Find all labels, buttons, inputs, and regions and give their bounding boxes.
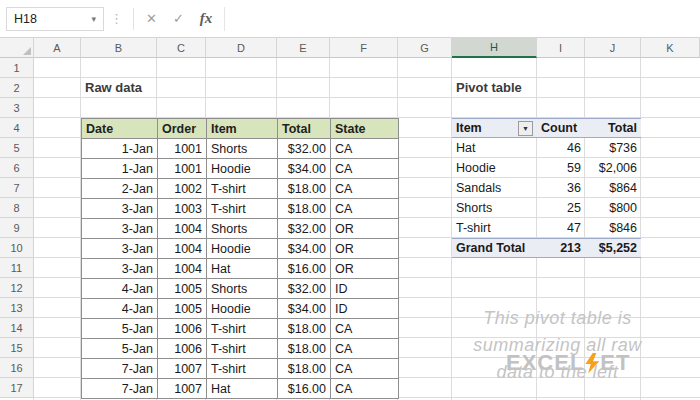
raw-cell[interactable]: $18.00 bbox=[278, 319, 331, 339]
column-header-J[interactable]: J bbox=[585, 38, 641, 58]
raw-cell[interactable]: CA bbox=[331, 319, 399, 339]
pivot-cell[interactable]: Sandals bbox=[452, 178, 537, 198]
column-header-E[interactable]: E bbox=[277, 38, 330, 58]
raw-cell[interactable]: $34.00 bbox=[278, 299, 331, 319]
row-header-13[interactable]: 13 bbox=[0, 298, 34, 318]
raw-cell[interactable]: 2-Jan bbox=[82, 179, 158, 199]
row-header-14[interactable]: 14 bbox=[0, 318, 34, 338]
raw-header-date[interactable]: Date bbox=[82, 119, 158, 139]
raw-cell[interactable]: 1001 bbox=[158, 159, 207, 179]
row-header-16[interactable]: 16 bbox=[0, 358, 34, 378]
raw-header-total[interactable]: Total bbox=[278, 119, 331, 139]
raw-cell[interactable]: $18.00 bbox=[278, 339, 331, 359]
name-box[interactable]: H18 ▾ bbox=[6, 7, 104, 31]
item-filter-button[interactable]: ▼ bbox=[518, 121, 533, 136]
pivot-cell[interactable]: $736 bbox=[585, 138, 641, 158]
pivot-cell[interactable]: 46 bbox=[537, 138, 585, 158]
raw-cell[interactable]: 1001 bbox=[158, 139, 207, 159]
insert-function-icon[interactable]: fx bbox=[200, 10, 213, 27]
column-header-F[interactable]: F bbox=[330, 38, 398, 58]
raw-cell[interactable]: T-shirt bbox=[207, 199, 278, 219]
raw-cell[interactable]: $32.00 bbox=[278, 139, 331, 159]
raw-cell[interactable]: 7-Jan bbox=[82, 379, 158, 399]
pivot-grand-total-cell[interactable]: $5,252 bbox=[585, 238, 641, 258]
pivot-cell[interactable]: $864 bbox=[585, 178, 641, 198]
raw-cell[interactable]: Shorts bbox=[207, 219, 278, 239]
raw-cell[interactable]: 5-Jan bbox=[82, 319, 158, 339]
raw-cell[interactable]: 1003 bbox=[158, 199, 207, 219]
column-header-A[interactable]: A bbox=[34, 38, 81, 58]
raw-cell[interactable]: 1-Jan bbox=[82, 139, 158, 159]
row-header-1[interactable]: 1 bbox=[0, 58, 34, 78]
row-header-4[interactable]: 4 bbox=[0, 118, 34, 138]
column-header-I[interactable]: I bbox=[537, 38, 585, 58]
row-header-6[interactable]: 6 bbox=[0, 158, 34, 178]
raw-cell[interactable]: $18.00 bbox=[278, 179, 331, 199]
raw-cell[interactable]: 1006 bbox=[158, 319, 207, 339]
raw-cell[interactable]: OR bbox=[331, 259, 399, 279]
pivot-cell[interactable]: Hat bbox=[452, 138, 537, 158]
pivot-cell[interactable]: $846 bbox=[585, 218, 641, 238]
raw-cell[interactable]: 1007 bbox=[158, 359, 207, 379]
column-header-K[interactable]: K bbox=[641, 38, 700, 58]
row-header-17[interactable]: 17 bbox=[0, 378, 34, 398]
row-header-2[interactable]: 2 bbox=[0, 78, 34, 98]
column-header-G[interactable]: G bbox=[398, 38, 452, 58]
row-header-15[interactable]: 15 bbox=[0, 338, 34, 358]
raw-cell[interactable]: 1004 bbox=[158, 239, 207, 259]
row-header-11[interactable]: 11 bbox=[0, 258, 34, 278]
row-header-9[interactable]: 9 bbox=[0, 218, 34, 238]
raw-cell[interactable]: 3-Jan bbox=[82, 199, 158, 219]
pivot-cell[interactable]: T-shirt bbox=[452, 218, 537, 238]
raw-cell[interactable]: CA bbox=[331, 339, 399, 359]
raw-cell[interactable]: CA bbox=[331, 159, 399, 179]
raw-header-order[interactable]: Order bbox=[158, 119, 207, 139]
raw-cell[interactable]: ID bbox=[331, 279, 399, 299]
raw-cell[interactable]: 7-Jan bbox=[82, 359, 158, 379]
raw-cell[interactable]: Hat bbox=[207, 259, 278, 279]
raw-cell[interactable]: OR bbox=[331, 219, 399, 239]
raw-cell[interactable]: T-shirt bbox=[207, 359, 278, 379]
raw-cell[interactable]: T-shirt bbox=[207, 339, 278, 359]
raw-cell[interactable]: Shorts bbox=[207, 279, 278, 299]
raw-cell[interactable]: 1005 bbox=[158, 279, 207, 299]
raw-cell[interactable]: 5-Jan bbox=[82, 339, 158, 359]
raw-cell[interactable]: CA bbox=[331, 139, 399, 159]
raw-header-state[interactable]: State bbox=[331, 119, 399, 139]
column-header-D[interactable]: D bbox=[206, 38, 277, 58]
pivot-grand-total-cell[interactable]: Grand Total bbox=[452, 238, 537, 258]
raw-cell[interactable]: CA bbox=[331, 199, 399, 219]
column-header-C[interactable]: C bbox=[157, 38, 206, 58]
raw-cell[interactable]: 1002 bbox=[158, 179, 207, 199]
raw-cell[interactable]: 3-Jan bbox=[82, 239, 158, 259]
row-header-3[interactable]: 3 bbox=[0, 98, 34, 118]
raw-cell[interactable]: $16.00 bbox=[278, 379, 331, 399]
raw-cell[interactable]: $32.00 bbox=[278, 279, 331, 299]
raw-cell[interactable]: Hoodie bbox=[207, 299, 278, 319]
raw-cell[interactable]: 1-Jan bbox=[82, 159, 158, 179]
raw-cell[interactable]: $32.00 bbox=[278, 219, 331, 239]
column-header-B[interactable]: B bbox=[81, 38, 157, 58]
raw-cell[interactable]: CA bbox=[331, 379, 399, 399]
pivot-cell[interactable]: Shorts bbox=[452, 198, 537, 218]
raw-data-label[interactable]: Raw data bbox=[85, 78, 142, 98]
raw-cell[interactable]: Shorts bbox=[207, 139, 278, 159]
raw-cell[interactable]: CA bbox=[331, 179, 399, 199]
pivot-cell[interactable]: $800 bbox=[585, 198, 641, 218]
row-header-7[interactable]: 7 bbox=[0, 178, 34, 198]
pivot-header-total[interactable]: Total bbox=[585, 118, 641, 138]
name-box-dropdown-icon[interactable]: ▾ bbox=[91, 14, 96, 24]
raw-cell[interactable]: T-shirt bbox=[207, 319, 278, 339]
pivot-header-count[interactable]: Count bbox=[537, 118, 585, 138]
raw-cell[interactable]: 1004 bbox=[158, 219, 207, 239]
raw-cell[interactable]: 3-Jan bbox=[82, 259, 158, 279]
raw-cell[interactable]: $18.00 bbox=[278, 359, 331, 379]
pivot-cell[interactable]: 59 bbox=[537, 158, 585, 178]
column-header-H[interactable]: H bbox=[452, 38, 537, 58]
raw-header-item[interactable]: Item bbox=[207, 119, 278, 139]
pivot-header-item[interactable]: Item▼ bbox=[452, 118, 537, 138]
raw-cell[interactable]: 3-Jan bbox=[82, 219, 158, 239]
raw-cell[interactable]: Hoodie bbox=[207, 239, 278, 259]
raw-cell[interactable]: OR bbox=[331, 239, 399, 259]
raw-cell[interactable]: 4-Jan bbox=[82, 299, 158, 319]
